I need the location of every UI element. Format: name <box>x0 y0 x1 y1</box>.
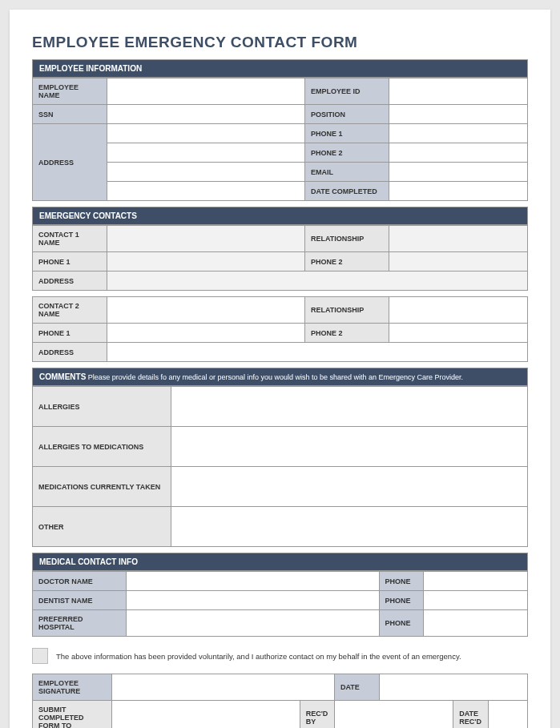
label-other: OTHER <box>33 507 171 547</box>
section-header-employee-info: EMPLOYEE INFORMATION <box>32 59 528 78</box>
label-employee-id: EMPLOYEE ID <box>304 78 389 105</box>
input-other[interactable] <box>171 507 528 547</box>
input-relationship-1[interactable] <box>389 226 527 252</box>
label-c2-address: ADDRESS <box>33 343 107 362</box>
label-relationship-2: RELATIONSHIP <box>304 297 389 324</box>
label-dentist-phone: PHONE <box>379 591 424 610</box>
input-preferred-hospital[interactable] <box>127 610 379 637</box>
signature-table: EMPLOYEE SIGNATURE DATE <box>32 674 528 701</box>
label-meds-taken: MEDICATIONS CURRENTLY TAKEN <box>33 467 171 507</box>
input-address-4[interactable] <box>107 182 304 201</box>
label-ssn: SSN <box>33 105 107 124</box>
emergency-contacts-table: CONTACT 1 NAME RELATIONSHIP PHONE 1 PHON… <box>32 225 528 291</box>
comments-table: ALLERGIES ALLERGIES TO MEDICATIONS MEDIC… <box>32 386 528 547</box>
label-contact1-name: CONTACT 1 NAME <box>33 226 107 252</box>
label-phone1: PHONE 1 <box>304 124 389 143</box>
label-preferred-hospital: PREFERRED HOSPITAL <box>33 610 127 637</box>
input-c1-phone1[interactable] <box>107 252 304 271</box>
label-submit-to: SUBMIT COMPLETED FORM TO <box>33 701 112 728</box>
input-c2-address[interactable] <box>107 343 527 362</box>
input-ssn[interactable] <box>107 105 304 124</box>
input-email[interactable] <box>389 163 527 182</box>
label-date-completed: DATE COMPLETED <box>304 182 389 201</box>
input-date-completed[interactable] <box>389 182 527 201</box>
authorization-text: The above information has been provided … <box>56 652 461 661</box>
input-doctor-name[interactable] <box>127 572 379 591</box>
page-title: EMPLOYEE EMERGENCY CONTACT FORM <box>32 34 528 51</box>
input-allergies-meds[interactable] <box>171 427 528 467</box>
input-c2-phone1[interactable] <box>107 324 304 343</box>
comments-header-text: COMMENTS <box>39 372 86 381</box>
label-date-recd: DATE REC'D <box>453 701 488 728</box>
form-page: EMPLOYEE EMERGENCY CONTACT FORM EMPLOYEE… <box>10 10 550 728</box>
label-hospital-phone: PHONE <box>379 610 424 637</box>
input-signature[interactable] <box>111 674 334 701</box>
input-phone2[interactable] <box>389 143 527 163</box>
input-contact1-name[interactable] <box>107 226 304 252</box>
submit-table: SUBMIT COMPLETED FORM TO REC'D BY DATE R… <box>32 701 528 728</box>
input-meds-taken[interactable] <box>171 467 528 507</box>
label-c2-phone1: PHONE 1 <box>33 324 107 343</box>
label-c1-phone2: PHONE 2 <box>304 252 389 271</box>
input-phone1[interactable] <box>389 124 527 143</box>
input-relationship-2[interactable] <box>389 297 527 324</box>
input-contact2-name[interactable] <box>107 297 304 324</box>
input-employee-name[interactable] <box>107 78 304 105</box>
authorization-row: The above information has been provided … <box>32 648 528 664</box>
label-contact2-name: CONTACT 2 NAME <box>33 297 107 324</box>
label-c1-phone1: PHONE 1 <box>33 252 107 271</box>
section-header-comments: COMMENTS Please provide details fo any m… <box>32 368 528 386</box>
input-dentist-phone[interactable] <box>424 591 528 610</box>
label-signature: EMPLOYEE SIGNATURE <box>33 674 112 701</box>
section-header-emergency-contacts: EMERGENCY CONTACTS <box>32 207 528 225</box>
employee-info-table: EMPLOYEE NAME EMPLOYEE ID SSN POSITION A… <box>32 78 528 201</box>
input-hospital-phone[interactable] <box>424 610 528 637</box>
label-doctor-phone: PHONE <box>379 572 424 591</box>
emergency-contacts-table-2: CONTACT 2 NAME RELATIONSHIP PHONE 1 PHON… <box>32 296 528 362</box>
comments-subtext: Please provide details fo any medical or… <box>86 373 463 381</box>
label-c1-address: ADDRESS <box>33 271 107 291</box>
input-allergies[interactable] <box>171 387 528 427</box>
section-header-medical: MEDICAL CONTACT INFO <box>32 553 528 571</box>
input-submit-to[interactable] <box>111 701 300 728</box>
input-date[interactable] <box>379 674 527 701</box>
input-c1-address[interactable] <box>107 271 527 291</box>
input-address-2[interactable] <box>107 143 304 163</box>
label-recd-by: REC'D BY <box>300 701 334 728</box>
label-date: DATE <box>334 674 379 701</box>
medical-table: DOCTOR NAME PHONE DENTIST NAME PHONE PRE… <box>32 571 528 637</box>
input-doctor-phone[interactable] <box>424 572 528 591</box>
input-c1-phone2[interactable] <box>389 252 527 271</box>
label-allergies-meds: ALLERGIES TO MEDICATIONS <box>33 427 171 467</box>
label-address: ADDRESS <box>33 124 107 201</box>
label-employee-name: EMPLOYEE NAME <box>33 78 107 105</box>
label-allergies: ALLERGIES <box>33 387 171 427</box>
input-date-recd[interactable] <box>488 701 527 728</box>
label-doctor-name: DOCTOR NAME <box>33 572 127 591</box>
input-employee-id[interactable] <box>389 78 527 105</box>
input-c2-phone2[interactable] <box>389 324 527 343</box>
input-dentist-name[interactable] <box>127 591 379 610</box>
label-c2-phone2: PHONE 2 <box>304 324 389 343</box>
input-address-3[interactable] <box>107 163 304 182</box>
input-recd-by[interactable] <box>334 701 453 728</box>
authorization-checkbox[interactable] <box>32 648 48 664</box>
label-phone2: PHONE 2 <box>304 143 389 163</box>
label-email: EMAIL <box>304 163 389 182</box>
input-position[interactable] <box>389 105 527 124</box>
label-position: POSITION <box>304 105 389 124</box>
label-dentist-name: DENTIST NAME <box>33 591 127 610</box>
input-address-1[interactable] <box>107 124 304 143</box>
label-relationship-1: RELATIONSHIP <box>304 226 389 252</box>
